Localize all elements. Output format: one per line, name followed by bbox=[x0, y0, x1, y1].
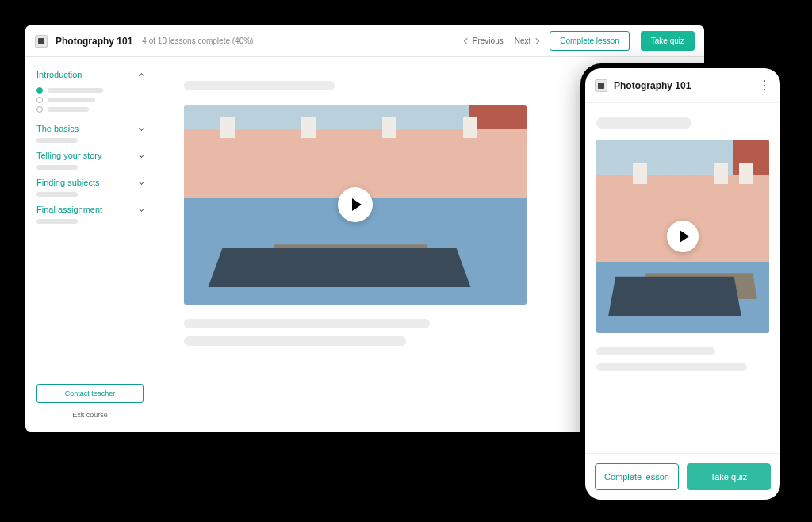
section-final[interactable]: Final assignment bbox=[36, 205, 144, 214]
section-label: Finding subjects bbox=[36, 178, 100, 187]
placeholder-bar bbox=[184, 336, 406, 346]
play-icon bbox=[680, 230, 689, 243]
mobile-video-player[interactable] bbox=[596, 140, 769, 333]
placeholder-bar bbox=[36, 165, 78, 170]
section-label: The basics bbox=[36, 124, 79, 133]
chevron-down-icon bbox=[139, 125, 144, 130]
chevron-up-icon bbox=[139, 72, 144, 78]
introduction-items bbox=[36, 84, 144, 116]
previous-link[interactable]: Previous bbox=[465, 36, 504, 45]
video-player[interactable] bbox=[184, 105, 527, 305]
list-item[interactable] bbox=[36, 97, 144, 103]
placeholder-bar bbox=[596, 347, 715, 355]
placeholder-bar bbox=[48, 98, 95, 102]
section-story[interactable]: Telling your story bbox=[36, 151, 144, 160]
mobile-course-title: Photography 101 bbox=[614, 80, 691, 91]
course-title: Photography 101 bbox=[56, 36, 132, 47]
video-shape bbox=[209, 248, 471, 287]
chevron-down-icon bbox=[139, 152, 144, 157]
list-item[interactable] bbox=[36, 87, 144, 94]
take-quiz-button[interactable]: Take quiz bbox=[641, 31, 695, 51]
section-label: Final assignment bbox=[36, 205, 102, 214]
sidebar-bottom: Contact teacher Exit course bbox=[36, 384, 144, 422]
mobile-body bbox=[585, 103, 780, 453]
previous-label: Previous bbox=[473, 36, 504, 45]
course-icon bbox=[595, 79, 607, 92]
play-button[interactable] bbox=[667, 221, 699, 252]
top-bar-actions: Previous Next Complete lesson Take quiz bbox=[465, 31, 695, 51]
status-dot-icon bbox=[36, 97, 43, 103]
next-label: Next bbox=[515, 36, 531, 45]
status-dot-icon bbox=[36, 106, 43, 113]
section-label: Telling your story bbox=[36, 151, 102, 160]
course-icon bbox=[35, 35, 48, 48]
next-link[interactable]: Next bbox=[515, 36, 539, 45]
contact-teacher-button[interactable]: Contact teacher bbox=[36, 384, 144, 403]
mobile-screen: Photography 101 ⋮ Complete lesson Take q… bbox=[585, 68, 780, 500]
progress-label: 4 of 10 lessons complete (40%) bbox=[142, 36, 253, 45]
section-subjects[interactable]: Finding subjects bbox=[36, 178, 144, 187]
chevron-right-icon bbox=[533, 37, 539, 44]
mobile-footer: Complete lesson Take quiz bbox=[585, 453, 780, 500]
list-item[interactable] bbox=[36, 106, 144, 113]
chevron-down-icon bbox=[139, 178, 144, 184]
chevron-left-icon bbox=[464, 37, 470, 44]
placeholder-bar bbox=[36, 219, 78, 224]
top-bar: Photography 101 4 of 10 lessons complete… bbox=[25, 25, 704, 57]
placeholder-bar bbox=[36, 138, 78, 143]
exit-course-link[interactable]: Exit course bbox=[36, 409, 144, 422]
section-label: Introduction bbox=[36, 70, 82, 79]
mobile-complete-lesson-button[interactable]: Complete lesson bbox=[595, 463, 679, 490]
play-button[interactable] bbox=[338, 187, 373, 222]
placeholder-bar bbox=[48, 107, 89, 112]
mobile-take-quiz-button[interactable]: Take quiz bbox=[687, 463, 771, 490]
lesson-title-placeholder bbox=[596, 117, 691, 129]
placeholder-bar bbox=[48, 88, 103, 93]
section-introduction[interactable]: Introduction bbox=[36, 70, 144, 79]
placeholder-bar bbox=[184, 319, 430, 328]
section-basics[interactable]: The basics bbox=[36, 124, 144, 133]
mobile-frame: Photography 101 ⋮ Complete lesson Take q… bbox=[580, 63, 785, 505]
lesson-title-placeholder bbox=[184, 81, 335, 90]
more-menu-icon[interactable]: ⋮ bbox=[758, 79, 771, 92]
complete-lesson-button[interactable]: Complete lesson bbox=[550, 31, 629, 51]
play-icon bbox=[352, 198, 362, 211]
mobile-top-bar: Photography 101 ⋮ bbox=[585, 68, 780, 103]
sidebar: Introduction The basics Telling your sto… bbox=[25, 57, 155, 432]
placeholder-bar bbox=[596, 363, 747, 371]
placeholder-bar bbox=[36, 192, 78, 197]
video-shape bbox=[608, 277, 741, 316]
chevron-down-icon bbox=[139, 205, 144, 211]
status-dot-complete-icon bbox=[36, 87, 43, 94]
